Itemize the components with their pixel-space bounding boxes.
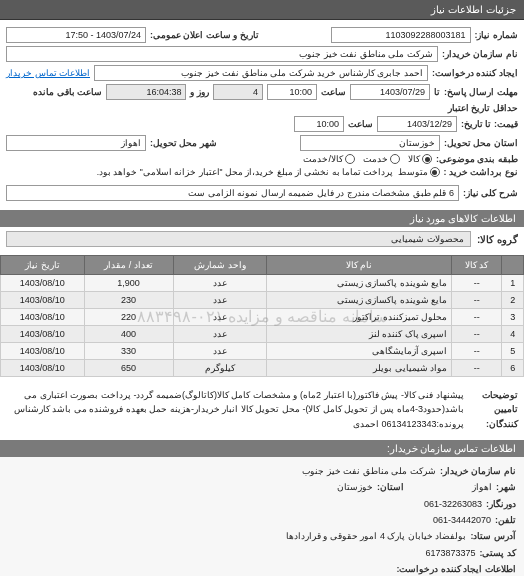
table-cell-unit: عدد [173, 343, 267, 360]
label-city: شهر محل تحویل: [150, 138, 217, 148]
c-creator-label: اطلاعات ایجاد کننده درخواست: [397, 562, 517, 576]
c-postal-label: کد پستی: [480, 546, 517, 561]
radio-khedmat-label: خدمت [363, 154, 388, 164]
label-general-title: شرح کلی نیاز: [463, 188, 518, 198]
radio-payment-medium-label: متوسط [398, 167, 428, 177]
col-qty: تعداد / مقدار [84, 256, 173, 275]
field-remain-time: 16:04:38 [106, 84, 186, 100]
table-cell-date: 1403/08/10 [1, 343, 85, 360]
goods-table: کد کالا نام کالا واحد شمارش تعداد / مقدا… [0, 255, 524, 377]
c-address-label: آدرس ستاد: [471, 529, 517, 544]
table-cell-qty: 230 [84, 292, 173, 309]
c-phone-label: تلفن: [495, 513, 516, 528]
label-announce: تاریخ و ساعت اعلان عمومی: [150, 30, 259, 40]
table-row: 6--مواد شیمیایی بویلرکیلوگرم6501403/08/1… [1, 360, 524, 377]
table-cell-unit: عدد [173, 275, 267, 292]
table-cell-name: اسپری پاک کننده لنز [267, 326, 452, 343]
goods-table-container: سامانه مناقصه و مزایده ۰۲۱-۸۸۳۴۹۸ کد کال… [0, 255, 524, 377]
link-buyer-contact[interactable]: اطلاعات تماس خریدار [6, 68, 90, 78]
desc-text: پیشنهاد فنی کالا- پیش فاکتور(با اعتبار 2… [6, 388, 464, 431]
field-deadline-date: 1403/07/29 [350, 84, 430, 100]
c-fax-label: دورنگار: [486, 497, 516, 512]
radio-khedmat[interactable] [390, 154, 400, 164]
table-cell-qty: 400 [84, 326, 173, 343]
section-header-main: جزئیات اطلاعات نیاز [0, 0, 524, 20]
table-row: 1--مایع شوینده پاکسازی زیستیعدد1,9001403… [1, 275, 524, 292]
table-cell-name: محلول تمیزکننده تراکتور [267, 309, 452, 326]
radio-kala-khedmat[interactable] [345, 154, 355, 164]
table-row: 4--اسپری پاک کننده لنزعدد4001403/08/10 [1, 326, 524, 343]
table-cell-n: 6 [502, 360, 524, 377]
description-block: توضیحات تامیین کنندگان: پیشنهاد فنی کالا… [0, 381, 524, 438]
c-province-label: استان: [377, 480, 404, 495]
table-cell-n: 5 [502, 343, 524, 360]
table-cell-date: 1403/08/10 [1, 326, 85, 343]
c-address-value: بولفضاد خیابان پارک 4 امور حقوقی و قرارد… [286, 529, 467, 544]
label-validity-min: حداقل تاریخ اعتبار [448, 103, 518, 113]
table-cell-code: -- [452, 309, 502, 326]
c-city-label: شهر: [496, 480, 516, 495]
label-group: گروه کالا: [477, 234, 518, 245]
payment-note: پرداخت تماما به نخشی از مبلغ خرید،از محل… [97, 167, 394, 177]
form-area: شماره نیاز: 1103092288003181 تاریخ و ساع… [0, 20, 524, 208]
label-remain-days: روز و [190, 87, 209, 97]
label-validity-time: ساعت [348, 119, 373, 129]
table-cell-date: 1403/08/10 [1, 275, 85, 292]
field-validity-time: 10:00 [294, 116, 344, 132]
table-cell-n: 2 [502, 292, 524, 309]
table-cell-n: 1 [502, 275, 524, 292]
packaging-radio-group: کالا خدمت کالا/خدمت [303, 154, 432, 164]
c-fax-value: 061-32263083 [424, 497, 482, 512]
field-req-no: 1103092288003181 [331, 27, 471, 43]
table-cell-code: -- [452, 292, 502, 309]
field-creator: احمد جابری کارشناس خرید شرکت ملی مناطق ن… [94, 65, 428, 81]
section-header-goods: اطلاعات کالاهای مورد نیاز [0, 210, 524, 227]
label-req-no: شماره نیاز: [475, 30, 519, 40]
field-general-title: 6 قلم طبق مشخصات مندرج در فایل ضمیمه ارس… [6, 185, 459, 201]
radio-kala-label: کالا [408, 154, 420, 164]
col-code: کد کالا [452, 256, 502, 275]
label-province: استان محل تحویل: [444, 138, 518, 148]
radio-kala[interactable] [422, 154, 432, 164]
section-header-contact: اطلاعات تماس سازمان خریدار: [0, 440, 524, 457]
label-creator: ایجاد کننده درخواست: [432, 68, 518, 78]
col-date: تاریخ نیاز [1, 256, 85, 275]
table-cell-name: مایع شوینده پاکسازی زیستی [267, 292, 452, 309]
radio-payment-medium[interactable] [430, 167, 440, 177]
label-desc: توضیحات تامیین کنندگان: [468, 388, 518, 431]
contact-block: نام سازمان خریدار: شرکت ملی مناطق نفت خی… [0, 457, 524, 576]
label-deadline: مهلت ارسال پاسخ: [444, 87, 518, 97]
table-cell-name: مواد شیمیایی بویلر [267, 360, 452, 377]
table-cell-date: 1403/08/10 [1, 360, 85, 377]
c-org-value: شرکت ملی مناطق نفت خیز جنوب [302, 464, 436, 479]
c-postal-value: 6173873375 [425, 546, 475, 561]
col-row [502, 256, 524, 275]
label-validity: قیمت: تا تاریخ: [461, 119, 518, 129]
table-cell-code: -- [452, 275, 502, 292]
table-cell-qty: 330 [84, 343, 173, 360]
table-cell-n: 3 [502, 309, 524, 326]
col-name: نام کالا [267, 256, 452, 275]
table-cell-date: 1403/08/10 [1, 309, 85, 326]
table-cell-code: -- [452, 360, 502, 377]
label-deadline-to: تا [434, 87, 440, 97]
table-cell-qty: 650 [84, 360, 173, 377]
table-cell-name: اسپری آزمایشگاهی [267, 343, 452, 360]
label-remain-suffix: ساعت باقی مانده [33, 87, 102, 97]
field-province: خوزستان [300, 135, 440, 151]
table-cell-n: 4 [502, 326, 524, 343]
field-buyer: شرکت ملی مناطق نفت خیز جنوب [6, 46, 438, 62]
label-payment: نوع برداشت خرید : [444, 167, 519, 177]
c-org-label: نام سازمان خریدار: [440, 464, 516, 479]
table-cell-unit: عدد [173, 326, 267, 343]
field-deadline-time: 10:00 [267, 84, 317, 100]
c-city-value: اهواز [472, 480, 492, 495]
col-unit: واحد شمارش [173, 256, 267, 275]
table-cell-code: -- [452, 326, 502, 343]
table-cell-unit: عدد [173, 292, 267, 309]
radio-kala-khedmat-label: کالا/خدمت [303, 154, 343, 164]
field-group: محصولات شیمیایی [6, 231, 471, 247]
table-cell-qty: 1,900 [84, 275, 173, 292]
table-cell-unit: کیلوگرم [173, 360, 267, 377]
table-row: 2--مایع شوینده پاکسازی زیستیعدد2301403/0… [1, 292, 524, 309]
